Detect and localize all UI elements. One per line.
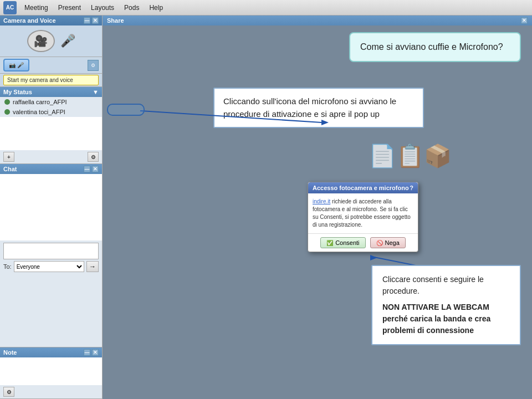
close-chat-btn[interactable]: ✕	[92, 166, 99, 172]
nega-button[interactable]: 🚫 Nega	[370, 237, 406, 248]
main-layout: Camera and Voice — ✕ 🎥 🎤 📷 🎤 ⚙ Start my …	[0, 16, 532, 399]
recipient-select[interactable]: Everyone	[14, 261, 84, 272]
svg-marker-3	[370, 255, 377, 260]
dialog-body: indire.it richiede di accedere alla foto…	[308, 193, 418, 234]
callout-top: Come si avviano cuffie e Microfono?	[349, 32, 521, 62]
menu-meeting[interactable]: Meeting	[20, 3, 53, 13]
minimize-note-btn[interactable]: —	[84, 349, 90, 356]
status-settings-btn[interactable]: ⚙	[88, 152, 99, 162]
dialog-buttons: ✅ Consenti 🚫 Nega	[308, 234, 418, 252]
send-message-btn[interactable]: →	[86, 261, 99, 272]
note-toolbar: ⚙	[0, 385, 102, 398]
status-user-2: valentina toci_AFPI	[13, 109, 65, 115]
note-tool-1[interactable]: ⚙	[3, 387, 14, 397]
main-area: Share ✕ 📄📋📦 Come si avviano cuffie e Mic…	[103, 16, 532, 399]
my-status-chevron[interactable]: ▼	[93, 89, 99, 95]
status-item-1: raffaella carro_AFPI	[0, 97, 102, 107]
status-user-1: raffaella carro_AFPI	[13, 99, 67, 105]
dialog-title: Accesso fotocamera e microfono	[313, 185, 409, 191]
minimize-camera-btn[interactable]: —	[84, 17, 90, 24]
close-share-btn[interactable]: ✕	[521, 17, 528, 24]
my-status-title: My Status	[3, 89, 32, 95]
dialog-title-bar: Accesso fotocamera e microfono ?	[308, 182, 418, 193]
camera-access-dialog: Accesso fotocamera e microfono ? indire.…	[308, 182, 418, 252]
nega-icon: 🚫	[376, 240, 383, 246]
dialog-help-icon[interactable]: ?	[410, 185, 413, 191]
note-controls: — ✕	[84, 349, 99, 356]
note-text-area[interactable]	[0, 357, 102, 385]
note-header: Note — ✕	[0, 347, 102, 357]
menu-layouts[interactable]: Layouts	[86, 3, 119, 13]
chat-controls: — ✕	[84, 166, 99, 172]
chat-panel: Chat — ✕ To: Everyone →	[0, 164, 102, 347]
consenti-button[interactable]: ✅ Consenti	[320, 237, 365, 248]
start-camera-tooltip: Start my camera and voice	[3, 75, 99, 85]
callout-bottom-line1: Cliccare consenti e seguire le procedure…	[382, 274, 510, 297]
my-status-header: My Status ▼	[0, 87, 102, 97]
callout-middle: Cliccando sull'icona del microfono si av…	[213, 88, 424, 128]
camera-voice-controls: — ✕	[84, 17, 99, 24]
close-camera-btn[interactable]: ✕	[92, 17, 99, 24]
chat-messages-area	[0, 174, 102, 241]
status-dot-1	[4, 99, 10, 105]
left-panel: Camera and Voice — ✕ 🎥 🎤 📷 🎤 ⚙ Start my …	[0, 16, 103, 399]
share-panel-header: Share ✕	[103, 16, 532, 25]
to-label: To:	[3, 263, 12, 270]
camera-voice-header: Camera and Voice — ✕	[0, 16, 102, 25]
nega-label: Nega	[385, 239, 400, 246]
share-title: Share	[107, 17, 124, 24]
status-dot-2	[4, 109, 10, 115]
status-add-btn[interactable]: +	[3, 152, 14, 162]
chat-title: Chat	[3, 166, 17, 172]
my-status-panel: My Status ▼ raffaella carro_AFPI valenti…	[0, 87, 102, 164]
menu-present[interactable]: Present	[54, 3, 85, 13]
note-panel: Note — ✕ ⚙	[0, 347, 102, 399]
camera-content-area: 🎥 🎤	[0, 25, 102, 57]
consenti-label: Consenti	[335, 239, 359, 246]
microphone-icon: 🎤	[60, 34, 75, 48]
camera-settings-btn[interactable]: ⚙	[88, 60, 99, 71]
dialog-link[interactable]: indire.it	[313, 198, 330, 204]
start-camera-voice-btn[interactable]: 📷 🎤	[3, 59, 29, 71]
app-icon: AC	[3, 1, 17, 14]
cam-mic-highlight	[107, 104, 145, 116]
chat-input-area: To: Everyone →	[0, 241, 102, 274]
callout-bottom-line2: NON ATTIVARE LA WEBCAM perché carica la …	[382, 301, 510, 336]
share-icons-decoration: 📄📋📦	[369, 143, 452, 169]
menu-help[interactable]: Help	[145, 3, 167, 13]
callout-bottom: Cliccare consenti e seguire le procedure…	[371, 265, 521, 345]
callout-middle-text: Cliccando sull'icona del microfono si av…	[223, 96, 396, 119]
webcam-icon: 🎥	[27, 30, 55, 52]
status-item-2: valentina toci_AFPI	[0, 107, 102, 117]
camera-toolbar: 📷 🎤 ⚙	[0, 57, 102, 74]
menu-bar: AC Meeting Present Layouts Pods Help	[0, 0, 532, 16]
chat-send-row: To: Everyone →	[3, 261, 99, 272]
minimize-chat-btn[interactable]: —	[84, 166, 90, 172]
note-title: Note	[3, 349, 17, 356]
close-note-btn[interactable]: ✕	[92, 349, 99, 356]
camera-voice-panel: Camera and Voice — ✕ 🎥 🎤 📷 🎤 ⚙ Start my …	[0, 16, 102, 87]
callout-top-text: Come si avviano cuffie e Microfono?	[360, 42, 503, 52]
menu-pods[interactable]: Pods	[120, 3, 144, 13]
consenti-icon: ✅	[326, 240, 333, 246]
chat-message-input[interactable]	[3, 243, 99, 259]
camera-voice-title: Camera and Voice	[3, 17, 56, 24]
chat-header: Chat — ✕	[0, 164, 102, 174]
